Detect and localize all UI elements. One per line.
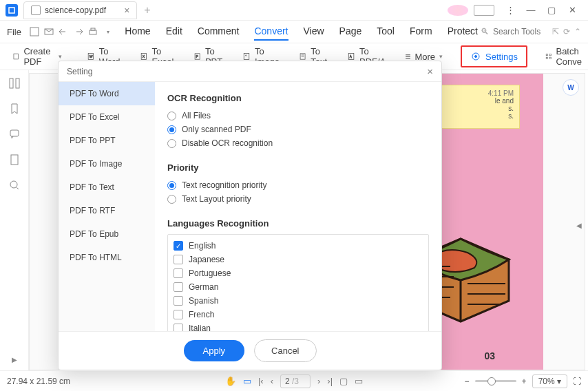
chk-english[interactable]: ✓ — [174, 241, 183, 251]
svg-rect-3 — [90, 30, 96, 34]
menubar: File ▾ Home Edit Comment Convert View Pa… — [0, 21, 588, 43]
document-tab[interactable]: science-copy.pdf × — [23, 1, 137, 19]
minimize-button[interactable]: — — [521, 5, 541, 15]
cancel-button[interactable]: Cancel — [254, 339, 316, 362]
redo-icon[interactable] — [72, 23, 84, 40]
radio-all-files[interactable] — [167, 112, 176, 120]
expand-icon[interactable]: ▶ — [12, 356, 17, 363]
ribbon-tabs: Home Edit Comment Convert View Page Tool… — [125, 23, 478, 41]
svg-rect-5 — [14, 54, 19, 59]
modal-title: Setting — [67, 67, 92, 76]
radio-disable-ocr[interactable] — [167, 139, 176, 148]
side-pdf-to-epub[interactable]: PDF To Epub — [59, 222, 155, 246]
app-box-icon[interactable] — [474, 5, 494, 16]
svg-rect-22 — [549, 57, 551, 59]
lang-heading: Languages Recognition — [167, 218, 429, 229]
chk-spanish[interactable] — [174, 296, 183, 306]
side-pdf-to-text[interactable]: PDF To Text — [59, 176, 155, 199]
svg-point-27 — [10, 181, 17, 188]
word-quick-icon[interactable]: W — [563, 79, 579, 96]
side-pdf-to-word[interactable]: PDF To Word — [59, 82, 155, 105]
settings-button[interactable]: Settings — [461, 45, 527, 67]
close-button[interactable]: ✕ — [562, 5, 582, 15]
tab-protect[interactable]: Protect — [448, 23, 478, 41]
titlebar: science-copy.pdf × + ⋮ — ▢ ✕ — [0, 0, 588, 21]
tab-tool[interactable]: Tool — [377, 23, 395, 41]
collapse-icon[interactable]: ⌃ — [574, 27, 581, 36]
tab-form[interactable]: Form — [410, 23, 432, 41]
svg-point-18 — [475, 56, 477, 58]
select-tool-icon[interactable]: ▭ — [243, 376, 251, 386]
new-tab-button[interactable]: + — [144, 4, 150, 17]
chk-german[interactable] — [174, 282, 183, 292]
side-pdf-to-html[interactable]: PDF To HTML — [59, 246, 155, 269]
fit-page-icon[interactable]: ▢ — [339, 376, 348, 386]
kebab-icon[interactable]: ⋮ — [500, 5, 521, 15]
prev-page-icon[interactable]: ‹ — [271, 376, 273, 386]
print-dropdown-icon[interactable]: ▾ — [102, 23, 114, 40]
search-panel-icon[interactable] — [8, 179, 21, 193]
file-menu[interactable]: File — [7, 27, 21, 37]
attachment-icon[interactable] — [8, 154, 21, 168]
modal-close-icon[interactable]: × — [427, 65, 433, 77]
theme-icon[interactable] — [448, 5, 468, 16]
side-pdf-to-ppt[interactable]: PDF To PPT — [59, 129, 155, 152]
tab-edit[interactable]: Edit — [166, 23, 182, 41]
apply-button[interactable]: Apply — [184, 340, 245, 361]
language-list[interactable]: ✓English Japanese Portuguese German Span… — [167, 234, 429, 331]
svg-rect-19 — [546, 54, 547, 55]
ocr-heading: OCR Recognition — [167, 93, 429, 103]
side-pdf-to-excel[interactable]: PDF To Excel — [59, 105, 155, 129]
right-expand-icon[interactable]: ◀ — [576, 222, 582, 229]
svg-rect-25 — [10, 130, 19, 136]
radio-text-layout[interactable] — [167, 195, 176, 204]
page-input[interactable]: 2 /3 — [280, 374, 311, 388]
first-page-icon[interactable]: |‹ — [258, 376, 264, 386]
doc-icon — [31, 6, 41, 15]
undo-icon[interactable] — [58, 23, 70, 40]
close-icon[interactable]: × — [124, 5, 129, 16]
chk-japanese[interactable] — [174, 255, 183, 264]
tab-page[interactable]: Page — [339, 23, 362, 41]
svg-rect-20 — [549, 54, 551, 55]
page-dimensions: 27.94 x 21.59 cm — [7, 377, 70, 386]
chk-french[interactable] — [174, 310, 183, 319]
bookmark-icon[interactable] — [8, 103, 21, 117]
chk-portuguese[interactable] — [174, 268, 183, 278]
zoom-select[interactable]: 70% ▾ — [532, 374, 567, 388]
share-icon[interactable]: ⇱ — [552, 27, 559, 36]
modal-sidebar: PDF To Word PDF To Excel PDF To PPT PDF … — [59, 82, 155, 331]
radio-text-recog[interactable] — [167, 181, 176, 190]
side-pdf-to-rtf[interactable]: PDF To RTF — [59, 199, 155, 222]
chk-italian[interactable] — [174, 324, 183, 331]
side-pdf-to-image[interactable]: PDF To Image — [59, 152, 155, 176]
print-icon[interactable] — [87, 23, 99, 40]
search-input[interactable] — [493, 27, 548, 36]
side-panel: ▶ — [0, 70, 29, 370]
cloud-icon[interactable]: ⟳ — [563, 27, 570, 36]
next-page-icon[interactable]: › — [317, 376, 320, 386]
search-icon[interactable]: 🔍︎ — [481, 27, 489, 36]
maximize-button[interactable]: ▢ — [541, 5, 562, 15]
fullscreen-icon[interactable]: ⛶ — [573, 377, 581, 386]
tab-view[interactable]: View — [304, 23, 324, 41]
comment-icon[interactable] — [8, 128, 21, 142]
save-icon[interactable] — [28, 23, 40, 40]
fit-width-icon[interactable]: ▭ — [355, 376, 363, 386]
zoom-in-icon[interactable]: + — [522, 377, 527, 386]
zoom-out-icon[interactable]: − — [465, 377, 470, 386]
sticky-note[interactable]: 4:11 PM le and s. s. — [437, 85, 520, 129]
mail-icon[interactable] — [43, 23, 54, 40]
tab-home[interactable]: Home — [125, 23, 150, 41]
hand-tool-icon[interactable]: ✋ — [225, 376, 236, 386]
tab-comment[interactable]: Comment — [198, 23, 240, 41]
zoom-slider[interactable] — [475, 380, 516, 382]
batch-convert-button[interactable]: Batch Conve› — [538, 43, 588, 70]
svg-rect-21 — [546, 57, 547, 59]
thumbnails-icon[interactable] — [8, 77, 21, 92]
last-page-icon[interactable]: ›| — [327, 376, 333, 386]
tab-convert[interactable]: Convert — [254, 23, 288, 41]
svg-point-13 — [245, 55, 246, 56]
app-icon — [6, 4, 18, 17]
radio-only-scanned[interactable] — [167, 125, 176, 134]
